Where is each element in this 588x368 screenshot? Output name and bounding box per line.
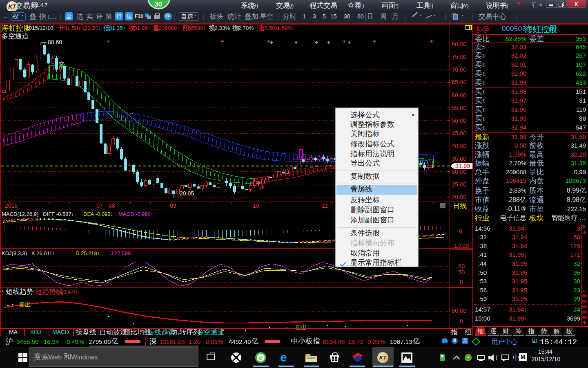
svg-text:50.00: 50.00 <box>452 117 466 124</box>
svg-text:45.00: 45.00 <box>452 130 466 137</box>
svg-text:卖出: 卖出 <box>19 301 31 308</box>
svg-text:MACD: MACD <box>52 329 69 335</box>
svg-text:-10.00: -10.00 <box>452 242 469 249</box>
svg-text:40.00: 40.00 <box>452 143 466 149</box>
svg-text:短线趋势: 短线趋势 <box>6 288 33 296</box>
svg-text:50: 50 <box>458 269 465 276</box>
svg-text:60.00: 60.00 <box>452 92 466 99</box>
svg-text:35.00: 35.00 <box>452 155 466 162</box>
svg-text:KDJ(9,3,3) K 26.011↑: KDJ(9,3,3) K 26.011↑ <box>2 250 55 256</box>
svg-text:65.00: 65.00 <box>452 79 466 85</box>
svg-text:70.00: 70.00 <box>452 66 466 73</box>
svg-text:07: 07 <box>96 202 103 209</box>
svg-text:D 25.218↑: D 25.218↑ <box>76 250 100 256</box>
svg-text:组: 组 <box>465 328 472 336</box>
svg-text:33.470↓: 33.470↓ <box>60 289 79 295</box>
svg-text:MACD(12,26,9) DIFF -0.587↓: MACD(12,26,9) DIFF -0.587↓ <box>2 211 74 217</box>
svg-text:卖出: 卖出 <box>295 324 307 331</box>
svg-text:短线趋势: 短线趋势 <box>147 328 175 336</box>
svg-text:操盘线: 操盘线 <box>76 328 96 336</box>
svg-text:指: 指 <box>450 328 458 336</box>
svg-text:MACD -0.990↑: MACD -0.990↑ <box>118 211 153 217</box>
svg-text:20.05: 20.05 <box>180 190 194 197</box>
svg-text:多空通道: 多空通道 <box>197 328 225 336</box>
svg-text:20.00: 20.00 <box>452 194 466 200</box>
svg-text:DEA -0.092↓: DEA -0.092↓ <box>83 211 113 217</box>
svg-text:80.60: 80.60 <box>48 39 62 45</box>
svg-text:11: 11 <box>322 202 328 209</box>
svg-text:KDJ: KDJ <box>30 329 41 335</box>
svg-text:80: 80 <box>458 263 465 269</box>
svg-text:0: 0 <box>460 318 463 325</box>
svg-text:09: 09 <box>170 202 176 209</box>
svg-text:10: 10 <box>253 202 259 209</box>
svg-text:30.00: 30.00 <box>452 168 466 175</box>
svg-text:31.99: 31.99 <box>455 163 470 169</box>
svg-text:顾比均线: 顾比均线 <box>123 328 151 336</box>
svg-text:80.00: 80.00 <box>452 41 466 47</box>
svg-text:50.00: 50.00 <box>452 307 466 314</box>
svg-text:多: 多 <box>260 184 265 190</box>
svg-text:25.00: 25.00 <box>452 181 466 188</box>
svg-text:0: 0 <box>460 279 463 285</box>
svg-text:2015: 2015 <box>5 202 18 209</box>
svg-text:短趋势线: 短趋势线 <box>35 288 63 296</box>
svg-text:08: 08 <box>109 202 115 209</box>
svg-text:55.00: 55.00 <box>452 105 466 111</box>
svg-text:0: 0 <box>459 228 462 234</box>
svg-text:日线: 日线 <box>453 202 467 210</box>
svg-text:MA: MA <box>9 329 18 335</box>
svg-text:75.00: 75.00 <box>452 54 466 60</box>
svg-text:J 27.598↑: J 27.598↑ <box>110 250 133 256</box>
